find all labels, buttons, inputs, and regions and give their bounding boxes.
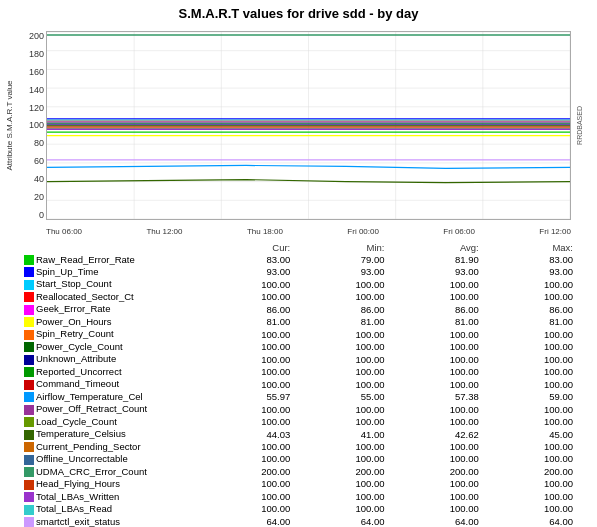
- col-header-min: Min:: [294, 242, 388, 253]
- legend-cur: 100.00: [200, 365, 294, 377]
- legend-name-cell: Temperature_Celsius: [20, 428, 200, 440]
- legend-name: smartctl_exit_status: [36, 516, 120, 527]
- legend-avg: 100.00: [389, 328, 483, 340]
- legend-cur: 64.00: [200, 515, 294, 527]
- y-label-200: 200: [16, 31, 44, 41]
- legend-name: Reported_Uncorrect: [36, 366, 122, 377]
- legend-min: 100.00: [294, 403, 388, 415]
- legend-min: 100.00: [294, 440, 388, 452]
- legend-row: Spin_Retry_Count 100.00 100.00 100.00 10…: [20, 328, 577, 340]
- x-label-thu-18: Thu 18:00: [247, 227, 283, 236]
- legend-row: Load_Cycle_Count 100.00 100.00 100.00 10…: [20, 415, 577, 427]
- col-header-avg: Avg:: [389, 242, 483, 253]
- legend-min: 55.00: [294, 390, 388, 402]
- legend-max: 45.00: [483, 428, 577, 440]
- y-label-20: 20: [16, 192, 44, 202]
- legend-min: 200.00: [294, 465, 388, 477]
- chart-svg: [47, 32, 570, 219]
- legend-max: 100.00: [483, 403, 577, 415]
- legend-cur: 100.00: [200, 440, 294, 452]
- legend-max: 86.00: [483, 303, 577, 315]
- x-label-fri-06: Fri 06:00: [443, 227, 475, 236]
- legend-name: Power_On_Hours: [36, 316, 112, 327]
- legend-name: Geek_Error_Rate: [36, 303, 110, 314]
- legend-name: Power_Cycle_Count: [36, 341, 123, 352]
- legend-min: 100.00: [294, 453, 388, 465]
- legend-min: 100.00: [294, 378, 388, 390]
- legend-name: Unknown_Attribute: [36, 353, 116, 364]
- legend-avg: 100.00: [389, 453, 483, 465]
- legend-name: Offline_Uncorrectable: [36, 453, 128, 464]
- legend-name-cell: Current_Pending_Sector: [20, 440, 200, 452]
- y-label-140: 140: [16, 85, 44, 95]
- legend-max: 81.00: [483, 315, 577, 327]
- legend-max: 100.00: [483, 478, 577, 490]
- legend-cur: 100.00: [200, 340, 294, 352]
- legend-max: 100.00: [483, 353, 577, 365]
- legend-max: 100.00: [483, 378, 577, 390]
- chart-title: S.M.A.R.T values for drive sdd - by day: [0, 0, 597, 21]
- legend-row: Power_Off_Retract_Count 100.00 100.00 10…: [20, 403, 577, 415]
- legend-cur: 100.00: [200, 328, 294, 340]
- legend-name-cell: Total_LBAs_Written: [20, 490, 200, 502]
- y-label-0: 0: [16, 210, 44, 220]
- legend-name-cell: Power_On_Hours: [20, 315, 200, 327]
- legend-name: UDMA_CRC_Error_Count: [36, 466, 147, 477]
- legend-name-cell: Start_Stop_Count: [20, 278, 200, 290]
- legend-cur: 93.00: [200, 265, 294, 277]
- legend-name: Spin_Retry_Count: [36, 328, 114, 339]
- x-label-fri-12: Fri 12:00: [539, 227, 571, 236]
- legend-row: Airflow_Temperature_Cel 55.97 55.00 57.3…: [20, 390, 577, 402]
- legend-max: 59.00: [483, 390, 577, 402]
- legend-max: 93.00: [483, 265, 577, 277]
- legend-avg: 200.00: [389, 465, 483, 477]
- y-axis-label: Attribute S.M.A.R.T value: [5, 80, 14, 170]
- legend-row: Total_LBAs_Read 100.00 100.00 100.00 100…: [20, 503, 577, 515]
- legend-avg: 100.00: [389, 340, 483, 352]
- legend-table: Cur: Min: Avg: Max: Raw_Read_Error_Rate …: [20, 242, 577, 527]
- legend-max: 100.00: [483, 290, 577, 302]
- legend-name-cell: Total_LBAs_Read: [20, 503, 200, 515]
- legend-row: Power_On_Hours 81.00 81.00 81.00 81.00: [20, 315, 577, 327]
- legend-name: Load_Cycle_Count: [36, 416, 117, 427]
- legend-row: Total_LBAs_Written 100.00 100.00 100.00 …: [20, 490, 577, 502]
- legend-avg: 100.00: [389, 378, 483, 390]
- legend-min: 93.00: [294, 265, 388, 277]
- legend-avg: 100.00: [389, 415, 483, 427]
- right-label: RRDBASED: [576, 106, 583, 145]
- x-label-fri-00: Fri 00:00: [347, 227, 379, 236]
- legend-min: 100.00: [294, 290, 388, 302]
- legend-name: Command_Timeout: [36, 378, 119, 389]
- legend-cur: 81.00: [200, 315, 294, 327]
- legend-max: 64.00: [483, 515, 577, 527]
- legend-row: Temperature_Celsius 44.03 41.00 42.62 45…: [20, 428, 577, 440]
- legend-max: 100.00: [483, 278, 577, 290]
- legend-max: 100.00: [483, 440, 577, 452]
- legend-name-cell: Head_Flying_Hours: [20, 478, 200, 490]
- x-label-thu-06: Thu 06:00: [46, 227, 82, 236]
- legend-name-cell: Command_Timeout: [20, 378, 200, 390]
- chart-container: S.M.A.R.T values for drive sdd - by day …: [0, 0, 597, 527]
- legend-name-cell: Power_Cycle_Count: [20, 340, 200, 352]
- y-label-160: 160: [16, 67, 44, 77]
- legend-row: Unknown_Attribute 100.00 100.00 100.00 1…: [20, 353, 577, 365]
- legend-cur: 83.00: [200, 253, 294, 265]
- legend-max: 100.00: [483, 328, 577, 340]
- col-header-max: Max:: [483, 242, 577, 253]
- legend-name-cell: UDMA_CRC_Error_Count: [20, 465, 200, 477]
- legend-cur: 100.00: [200, 290, 294, 302]
- y-label-80: 80: [16, 138, 44, 148]
- legend-name-cell: Reallocated_Sector_Ct: [20, 290, 200, 302]
- legend-row: Geek_Error_Rate 86.00 86.00 86.00 86.00: [20, 303, 577, 315]
- legend-name-cell: Reported_Uncorrect: [20, 365, 200, 377]
- legend-min: 41.00: [294, 428, 388, 440]
- legend-row: Start_Stop_Count 100.00 100.00 100.00 10…: [20, 278, 577, 290]
- legend-name-cell: Geek_Error_Rate: [20, 303, 200, 315]
- legend-name-cell: Raw_Read_Error_Rate: [20, 253, 200, 265]
- legend-min: 79.00: [294, 253, 388, 265]
- legend-row: Offline_Uncorrectable 100.00 100.00 100.…: [20, 453, 577, 465]
- legend-cur: 100.00: [200, 415, 294, 427]
- legend-cur: 86.00: [200, 303, 294, 315]
- legend-row: Power_Cycle_Count 100.00 100.00 100.00 1…: [20, 340, 577, 352]
- legend-max: 100.00: [483, 340, 577, 352]
